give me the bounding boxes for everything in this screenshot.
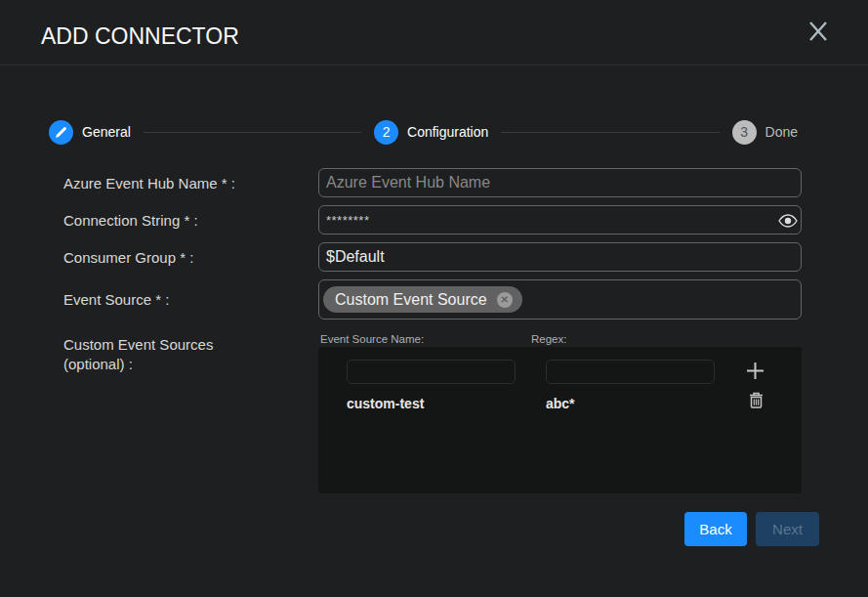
custom-sources-panel: custom-test abc* [318, 347, 802, 493]
custom-sources-label-line2: (optional) : [63, 355, 318, 374]
step-general-circle[interactable] [49, 120, 73, 145]
regex-header: Regex: [531, 333, 566, 345]
custom-source-regex-input[interactable] [546, 360, 715, 384]
step-configuration-label: Configuration [407, 124, 488, 140]
dialog-footer: Back Next [684, 512, 819, 546]
step-done-label: Done [765, 124, 798, 140]
back-button[interactable]: Back [684, 512, 747, 546]
connection-string-label: Connection String * : [63, 205, 318, 235]
form-row-consumer-group: Consumer Group * : [63, 242, 802, 272]
step-configuration-circle[interactable]: 2 [374, 120, 398, 145]
step-general-label: General [82, 124, 131, 140]
connector-form: Azure Event Hub Name * : Connection Stri… [63, 168, 802, 493]
step-done-circle[interactable]: 3 [732, 120, 757, 145]
custom-source-name-input[interactable] [347, 360, 516, 384]
dialog-title: ADD CONNECTOR [41, 23, 239, 50]
form-row-event-source: Event Source * : Custom Event Source ✕ [63, 279, 802, 320]
stepper-line-1 [144, 132, 361, 133]
custom-source-entry-name: custom-test [347, 396, 546, 411]
custom-sources-label: Custom Event Sources (optional) : [63, 333, 318, 493]
consumer-group-label: Consumer Group * : [63, 242, 318, 272]
consumer-group-input[interactable] [318, 242, 802, 272]
stepper-line-2 [501, 132, 719, 133]
custom-sources-label-line1: Custom Event Sources [63, 335, 318, 355]
delete-custom-source-icon[interactable] [749, 392, 764, 408]
event-source-chip[interactable]: Custom Event Source ✕ [323, 286, 522, 313]
event-source-input[interactable]: Custom Event Source ✕ [318, 279, 802, 320]
dialog-header: ADD CONNECTOR [0, 0, 868, 65]
event-source-label: Event Source * : [63, 279, 318, 320]
step-configuration-number: 2 [383, 124, 391, 140]
custom-sources-headers: Event Source Name: Regex: [318, 333, 802, 345]
hub-name-label: Azure Event Hub Name * : [63, 168, 318, 197]
form-row-hub-name: Azure Event Hub Name * : [63, 168, 802, 197]
custom-source-entry-regex: abc* [546, 396, 575, 411]
event-source-chip-label: Custom Event Source [335, 291, 487, 309]
stepper: General 2 Configuration 3 Done [49, 119, 798, 145]
add-custom-source-icon[interactable] [746, 362, 765, 380]
next-button[interactable]: Next [756, 512, 819, 546]
step-done-number: 3 [740, 124, 748, 140]
form-row-connection-string: Connection String * : [63, 205, 802, 235]
event-source-name-header: Event Source Name: [320, 333, 531, 345]
connection-string-input[interactable] [318, 205, 802, 235]
pencil-icon [54, 125, 68, 140]
form-row-custom-sources: Custom Event Sources (optional) : Event … [63, 333, 802, 493]
chip-remove-icon[interactable]: ✕ [497, 292, 513, 308]
hub-name-input[interactable] [318, 168, 802, 197]
close-icon[interactable] [806, 20, 830, 43]
custom-source-entry: custom-test abc* [347, 396, 802, 411]
eye-icon[interactable] [778, 214, 798, 228]
